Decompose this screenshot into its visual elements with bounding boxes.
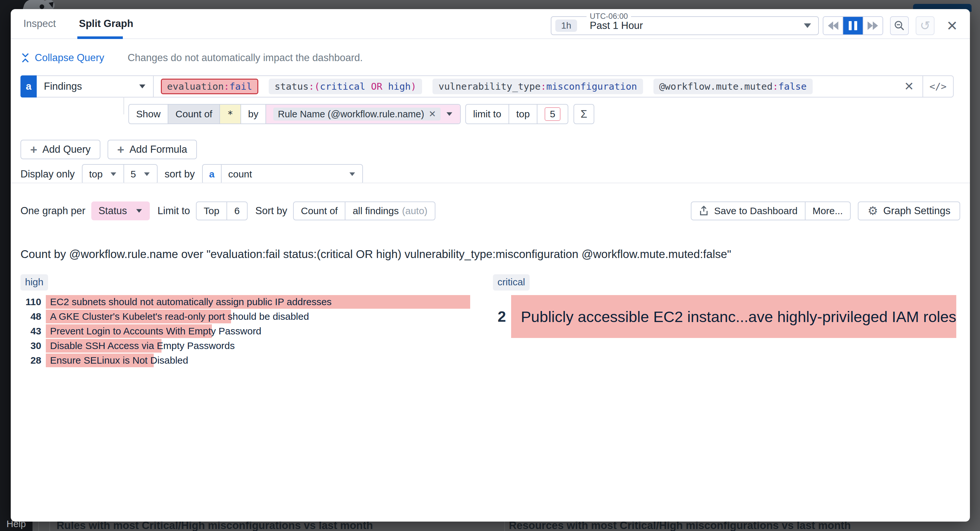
group-by-tag[interactable]: Rule Name (@workflow.rule.name) ✕	[273, 108, 441, 121]
code-view-icon[interactable]: </>	[923, 76, 953, 97]
section-divider	[11, 183, 970, 183]
toplist-row[interactable]: 48A GKE Cluster's Kubelet's read-only po…	[21, 310, 470, 323]
group-by-select[interactable]: Rule Name (@workflow.rule.name) ✕	[266, 105, 460, 124]
query-filter-pill[interactable]: vulnerability_type:misconfiguration	[433, 79, 643, 94]
toplist-value: 110	[21, 296, 46, 307]
query-row: a Findings evaluation:failstatus:(critic…	[11, 75, 970, 97]
add-formula-button[interactable]: + Add Formula	[108, 140, 197, 159]
display-count-value: 5	[130, 169, 136, 180]
close-icon: ✕	[946, 18, 958, 34]
pause-button[interactable]	[843, 17, 862, 35]
query-tree-connector	[124, 97, 124, 114]
more-button[interactable]: More...	[805, 202, 850, 220]
rewind-button[interactable]	[823, 17, 843, 35]
pause-icon	[849, 21, 857, 30]
toplist-row[interactable]: 30Disable SSH Access via Empty Passwords	[21, 339, 470, 353]
sort-query-ref[interactable]: a	[203, 165, 221, 183]
time-shortcut-chip[interactable]: 1h	[555, 19, 577, 32]
query-input[interactable]: Findings evaluation:failstatus:(critical…	[37, 75, 954, 97]
one-graph-per-label: One graph per	[21, 201, 86, 221]
limit-to-label: limit to	[466, 105, 509, 124]
query-filter-pill[interactable]: evaluation:fail	[161, 79, 258, 94]
facet-label[interactable]: high	[21, 274, 48, 291]
display-count-select[interactable]: 5	[124, 165, 157, 183]
chevron-down-icon	[110, 173, 116, 176]
split-graphs: high110EC2 subnets should not automatica…	[11, 274, 970, 368]
split-sort-value[interactable]: all findings (auto)	[345, 202, 434, 220]
limit-value-input[interactable]: 5	[544, 107, 560, 121]
collapse-icon	[21, 52, 30, 63]
toplist-row[interactable]: 110EC2 subnets should not automatically …	[21, 295, 470, 309]
source-select[interactable]: Findings	[37, 76, 154, 97]
toplist-value: 2	[493, 308, 511, 325]
toplist-value: 30	[21, 340, 46, 351]
metric-select[interactable]: *	[220, 105, 240, 124]
sort-by-label: sort by	[165, 164, 195, 183]
add-query-button[interactable]: + Add Query	[21, 140, 100, 159]
display-only-label: Display only	[21, 164, 75, 183]
limit-direction-select[interactable]: top	[509, 105, 537, 124]
toplist-row[interactable]: 43Prevent Login to Accounts With Empty P…	[21, 324, 470, 338]
remove-tag-icon[interactable]: ✕	[429, 109, 436, 119]
sigma-button[interactable]: Σ	[574, 104, 594, 124]
query-filter-pill[interactable]: status:(critical OR high)	[269, 79, 422, 94]
time-range-picker[interactable]: UTC-06:00 1h Past 1 Hour	[551, 16, 819, 35]
chevron-down-icon	[136, 209, 142, 213]
toplist-value: 43	[21, 326, 46, 337]
split-sort-value-label: all findings	[353, 205, 399, 216]
aggregation-row: Show Count of * by Rule Name (@workflow.…	[11, 104, 970, 124]
rewind-icon	[828, 21, 838, 30]
source-label: Findings	[44, 81, 82, 92]
fast-forward-button[interactable]	[863, 17, 883, 35]
collapse-query-label: Collapse Query	[35, 52, 104, 64]
sort-metric-value: count	[228, 169, 252, 180]
dashboard-impact-notice: Changes do not automatically impact the …	[128, 52, 363, 64]
tab-split-graph[interactable]: Split Graph	[79, 9, 133, 38]
aggregation-select[interactable]: Count of	[168, 105, 220, 124]
toplist-row[interactable]: 28Ensure SELinux is Not Disabled	[21, 354, 470, 367]
toplist-label: EC2 subnets should not automatically ass…	[46, 296, 332, 307]
tab-inspect[interactable]: Inspect	[23, 9, 56, 38]
query-filters: evaluation:failstatus:(critical OR high)…	[154, 79, 813, 94]
modal-body: Collapse Query Changes do not automatica…	[11, 51, 970, 368]
limit-to-label: Limit to	[158, 201, 190, 221]
fast-forward-icon	[867, 21, 878, 30]
upload-icon	[698, 205, 709, 217]
group-by-tag-label: Rule Name (@workflow.rule.name)	[278, 109, 424, 119]
sort-by-label: Sort by	[255, 201, 287, 221]
graph-panel: high110EC2 subnets should not automatica…	[21, 274, 470, 368]
save-to-dashboard-button[interactable]: Save to Dashboard	[692, 202, 805, 220]
restore-icon: ↺	[920, 19, 930, 33]
facet-label[interactable]: critical	[493, 274, 530, 291]
toplist-row[interactable]: 2Publicly accessible EC2 instanc...ave h…	[493, 295, 955, 338]
close-modal-button[interactable]: ✕	[943, 16, 961, 35]
show-label: Show	[129, 105, 168, 124]
chevron-down-icon	[144, 173, 150, 176]
display-direction-select[interactable]: top	[83, 165, 124, 183]
restore-button[interactable]: ↺	[916, 16, 934, 35]
toplist-label: A GKE Cluster's Kubelet's read-only port…	[46, 311, 309, 322]
toplist-label: Disable SSH Access via Empty Passwords	[46, 340, 235, 351]
collapse-query-button[interactable]: Collapse Query	[21, 52, 104, 64]
active-tab-underline	[77, 37, 123, 39]
limit-value-cell[interactable]: 5	[537, 105, 568, 124]
clear-query-icon[interactable]: ✕	[896, 79, 922, 93]
modal-header: Inspect Split Graph UTC-06:00 1h Past 1 …	[11, 9, 970, 39]
add-formula-label: Add Formula	[129, 144, 187, 155]
chevron-down-icon	[447, 112, 452, 116]
sort-metric-select[interactable]: count	[221, 165, 362, 183]
query-letter-badge: a	[21, 75, 37, 97]
graph-settings-label: Graph Settings	[883, 205, 950, 217]
split-limit-direction[interactable]: Top	[197, 202, 226, 220]
toplist-label: Publicly accessible EC2 instanc...ave hi…	[511, 308, 956, 326]
split-graph-modal: Inspect Split Graph UTC-06:00 1h Past 1 …	[11, 9, 970, 521]
chevron-down-icon	[139, 84, 146, 88]
split-facet-select[interactable]: Status	[91, 202, 150, 220]
zoom-out-button[interactable]	[890, 16, 909, 35]
chevron-down-icon	[350, 173, 355, 176]
split-limit-value[interactable]: 6	[226, 202, 247, 220]
graph-settings-button[interactable]: ⚙ Graph Settings	[858, 202, 960, 220]
toplist-label: Ensure SELinux is Not Disabled	[46, 355, 188, 366]
query-filter-pill[interactable]: @workflow.mute.muted:false	[654, 79, 813, 94]
split-sort-aggregation[interactable]: Count of	[294, 202, 345, 220]
